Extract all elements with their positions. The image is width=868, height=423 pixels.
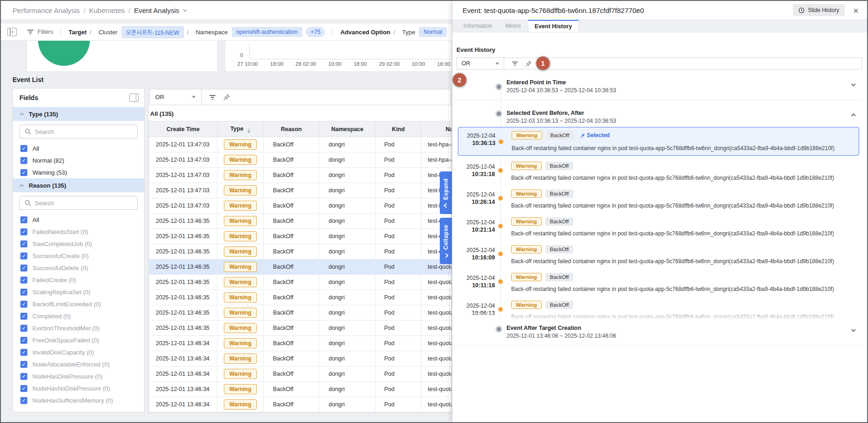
reason-option-row[interactable]: EvictionThresholdMet (0) bbox=[13, 322, 144, 334]
panel-tab[interactable]: Event History bbox=[528, 20, 579, 32]
fields-section-type[interactable]: Type (135) bbox=[13, 107, 144, 121]
history-entry[interactable]: 2025-12-04 10:26:14 Warning BackOff Back… bbox=[452, 189, 859, 216]
checkbox-checked-icon[interactable] bbox=[20, 361, 27, 368]
selected-event-card[interactable]: 2025-12-04 10:36:13 Warning BackOff Sele… bbox=[458, 127, 859, 156]
checkbox-checked-icon[interactable] bbox=[20, 277, 27, 284]
column-namespace[interactable]: Namespace bbox=[319, 121, 376, 137]
checkbox-checked-icon[interactable] bbox=[20, 385, 27, 392]
column-name[interactable]: Name bbox=[421, 121, 452, 137]
checkbox-checked-icon[interactable] bbox=[20, 157, 27, 164]
history-entry[interactable]: 2025-12-04 10:11:18 Warning BackOff Back… bbox=[452, 272, 859, 300]
reason-option-row[interactable]: All bbox=[13, 214, 144, 226]
cluster-chip[interactable]: 오픈시프트-115-NEW bbox=[121, 26, 184, 38]
table-row[interactable]: 2025-12-01 13:46:35 Warning BackOff dong… bbox=[149, 229, 452, 244]
table-row[interactable]: 2025-12-01 13:46:34 Warning BackOff dong… bbox=[149, 397, 452, 412]
pin-icon[interactable] bbox=[223, 94, 230, 101]
reason-option-row[interactable]: Completed (0) bbox=[13, 310, 144, 322]
reason-option-row[interactable]: SawCompletedJob (0) bbox=[13, 238, 144, 250]
slide-history-button[interactable]: Slide History bbox=[793, 4, 844, 16]
checkbox-checked-icon[interactable] bbox=[20, 397, 27, 404]
filters-label[interactable]: Filters bbox=[38, 29, 53, 35]
column-kind[interactable]: Kind bbox=[376, 121, 421, 137]
table-row[interactable]: 2025-12-01 13:46:34 Warning BackOff dong… bbox=[149, 366, 452, 382]
reason-option-row[interactable]: BackoffLimitExceeded (0) bbox=[13, 298, 144, 310]
type-option-row[interactable]: All bbox=[13, 142, 144, 154]
checkbox-checked-icon[interactable] bbox=[20, 349, 27, 356]
more-namespaces-pill[interactable]: +75 bbox=[306, 27, 325, 37]
table-row[interactable]: 2025-12-01 13:46:35 Warning BackOff dong… bbox=[149, 305, 452, 321]
checkbox-checked-icon[interactable] bbox=[20, 169, 27, 176]
reason-option-row[interactable]: InvalidDiskCapacity (0) bbox=[13, 346, 144, 358]
history-entry[interactable]: 2025-12-04 10:16:09 Warning BackOff Back… bbox=[452, 244, 859, 272]
checkbox-checked-icon[interactable] bbox=[20, 265, 27, 271]
filter-lines-icon[interactable] bbox=[209, 95, 216, 100]
close-icon[interactable]: × bbox=[853, 6, 859, 15]
fields-section-reason[interactable]: Reason (135) bbox=[13, 178, 144, 192]
history-entry[interactable]: 2025-12-04 10:31:18 Warning BackOff Back… bbox=[452, 161, 859, 189]
filter-lines-icon[interactable] bbox=[512, 61, 518, 66]
table-row[interactable]: 2025-12-01 13:46:35 Warning BackOff dong… bbox=[149, 321, 452, 336]
checkbox-checked-icon[interactable] bbox=[20, 373, 27, 380]
chevron-up-icon[interactable] bbox=[851, 114, 856, 118]
type-option-row[interactable]: Warning (53) bbox=[13, 166, 144, 178]
column-create-time[interactable]: Create Time bbox=[149, 121, 217, 137]
checkbox-checked-icon[interactable] bbox=[20, 240, 27, 247]
checkbox-checked-icon[interactable] bbox=[20, 253, 27, 259]
checkbox-checked-icon[interactable] bbox=[20, 145, 27, 152]
breadcrumb-kubernetes[interactable]: Kubernetes bbox=[89, 6, 125, 14]
reason-option-row[interactable]: NodeHasDiskPressure (0) bbox=[13, 370, 144, 382]
reason-search-input[interactable] bbox=[35, 200, 133, 207]
reason-option-row[interactable]: FailedCreate (0) bbox=[13, 274, 144, 286]
filter-lines-icon[interactable] bbox=[27, 29, 34, 35]
expand-button[interactable]: Expand bbox=[440, 171, 452, 214]
breadcrumb-performance-analysis[interactable]: Performance Analysis bbox=[13, 6, 80, 14]
column-type[interactable]: Type bbox=[217, 121, 264, 137]
checkbox-checked-icon[interactable] bbox=[20, 337, 27, 344]
table-row[interactable]: 2025-12-01 13:47:03 Warning BackOff dong… bbox=[149, 198, 452, 214]
panel-toggle-icon[interactable] bbox=[7, 28, 17, 36]
panel-tab[interactable]: Metric bbox=[499, 20, 528, 32]
panel-tab[interactable]: Information bbox=[457, 20, 499, 32]
reason-option-row[interactable]: NodeHasNoDiskPressure (0) bbox=[13, 382, 144, 394]
chevron-down-icon[interactable] bbox=[851, 82, 856, 87]
table-row[interactable]: 2025-12-01 13:46:34 Warning BackOff dong… bbox=[149, 382, 452, 397]
collapse-button[interactable]: Collapse bbox=[440, 218, 452, 264]
reason-option-row[interactable]: SuccessfulCreate (0) bbox=[13, 250, 144, 262]
history-operator-select[interactable]: OR bbox=[457, 58, 504, 69]
table-row[interactable]: 2025-12-01 13:47:03 Warning BackOff dong… bbox=[149, 183, 452, 198]
pin-icon[interactable] bbox=[526, 61, 532, 67]
type-search-input[interactable] bbox=[35, 128, 133, 135]
reason-option-row[interactable]: FailedNeedsStart (0) bbox=[13, 226, 144, 238]
collapse-fields-icon[interactable] bbox=[129, 94, 139, 102]
breadcrumb-current-event-analysis[interactable]: Event Analysis bbox=[134, 6, 179, 14]
table-row[interactable]: 2025-12-01 13:46:34 Warning BackOff dong… bbox=[149, 351, 452, 366]
table-operator-select[interactable]: OR bbox=[150, 89, 202, 105]
checkbox-checked-icon[interactable] bbox=[20, 216, 27, 223]
checkbox-checked-icon[interactable] bbox=[20, 301, 27, 308]
history-entry[interactable]: 2025-12-04 10:21:14 Warning BackOff Back… bbox=[452, 216, 859, 244]
chevron-down-icon[interactable] bbox=[183, 7, 186, 11]
table-row[interactable]: 2025-12-01 13:46:34 Warning BackOff dong… bbox=[149, 336, 452, 351]
table-row[interactable]: 2025-12-01 13:47:03 Warning BackOff dong… bbox=[149, 152, 452, 168]
chevron-down-icon[interactable] bbox=[851, 328, 856, 332]
reason-option-row[interactable]: FreeDiskSpaceFailed (0) bbox=[13, 334, 144, 346]
column-reason[interactable]: Reason bbox=[264, 121, 319, 137]
table-row[interactable]: 2025-12-01 13:47:03 Warning BackOff dong… bbox=[149, 168, 452, 183]
table-row[interactable]: 2025-12-01 13:46:35 Warning BackOff dong… bbox=[149, 244, 452, 259]
reason-option-row[interactable]: SuccessfulDelete (0) bbox=[13, 262, 144, 274]
type-option-row[interactable]: Normal (82) bbox=[13, 154, 144, 166]
table-row[interactable]: 2025-12-01 13:46:35 Warning BackOff dong… bbox=[149, 259, 452, 275]
table-row[interactable]: 2025-12-01 13:47:03 Warning BackOff dong… bbox=[149, 137, 452, 152]
checkbox-checked-icon[interactable] bbox=[20, 289, 27, 296]
reason-option-row[interactable]: ScalingReplicaSet (0) bbox=[13, 286, 144, 298]
namespace-chip[interactable]: openshift-authentication bbox=[232, 27, 303, 37]
type-chip[interactable]: Normal bbox=[419, 27, 447, 37]
reason-option-row[interactable]: NodeAllocatableEnforced (0) bbox=[13, 358, 144, 370]
table-row[interactable]: 2025-12-01 13:46:35 Warning BackOff dong… bbox=[149, 275, 452, 290]
sort-icon[interactable] bbox=[247, 128, 250, 133]
checkbox-checked-icon[interactable] bbox=[20, 313, 27, 320]
reason-option-row[interactable]: NodeHasSufficientMemory (0) bbox=[13, 394, 144, 406]
checkbox-checked-icon[interactable] bbox=[20, 325, 27, 332]
table-row[interactable]: 2025-12-01 13:46:35 Warning BackOff dong… bbox=[149, 290, 452, 305]
table-row[interactable]: 2025-12-01 13:46:35 Warning BackOff dong… bbox=[149, 214, 452, 229]
